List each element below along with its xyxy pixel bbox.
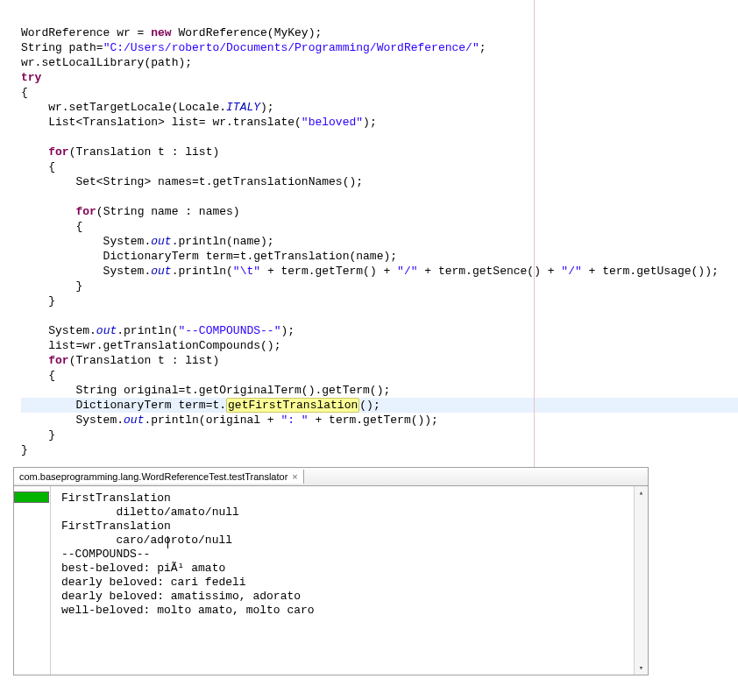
console-line: FirstTranslation: [61, 520, 171, 533]
print-margin: [534, 0, 535, 475]
console-line: well-beloved: molto amato, molto caro: [61, 604, 315, 617]
console-line: FirstTranslation: [61, 491, 171, 505]
console-line: caro/adoroto/null: [61, 534, 232, 547]
console-output[interactable]: FirstTranslation diletto/amato/null Firs…: [51, 486, 634, 675]
console-tab[interactable]: com.baseprogramming.lang.WordReferenceTe…: [14, 470, 304, 484]
code-line: {: [21, 86, 28, 99]
code-line: try: [21, 71, 41, 84]
code-line: System.out.println(original + ": " + ter…: [21, 414, 438, 427]
code-line: list=wr.getTranslationCompounds();: [21, 339, 280, 352]
scroll-up-icon[interactable]: ▴: [639, 486, 643, 499]
code-line: for(Translation t : list): [21, 354, 219, 367]
code-line: for(String name : names): [21, 205, 240, 218]
code-line: }: [21, 428, 55, 442]
console-tab-bar: com.baseprogramming.lang.WordReferenceTe…: [14, 468, 648, 486]
code-line: System.out.println("\t" + term.getTerm()…: [21, 265, 719, 278]
code-line: }: [21, 279, 82, 293]
console-tab-label: com.baseprogramming.lang.WordReferenceTe…: [19, 471, 287, 482]
close-icon[interactable]: ×: [292, 471, 297, 482]
test-progress-bar: [14, 491, 49, 503]
scroll-down-icon[interactable]: ▾: [639, 661, 643, 675]
code-line: wr.setLocalLibrary(path);: [21, 56, 192, 69]
code-line: WordReference wr = new WordReference(MyK…: [21, 26, 322, 39]
code-line: String path="C:/Users/roberto/Documents/…: [21, 41, 486, 54]
code-line: String original=t.getOriginalTerm().getT…: [21, 384, 390, 397]
console-scrollbar[interactable]: ▴ ▾: [634, 486, 648, 675]
code-line: System.out.println("--COMPOUNDS--");: [21, 324, 294, 337]
console-line: dearly beloved: amatissimo, adorato: [61, 590, 301, 603]
code-line: List<Translation> list= wr.translate("be…: [21, 116, 377, 129]
code-line: {: [21, 220, 82, 233]
code-line: wr.setTargetLocale(Locale.ITALY);: [21, 101, 274, 114]
code-line: for(Translation t : list): [21, 145, 219, 159]
code-editor[interactable]: WordReference wr = new WordReference(MyK…: [0, 0, 738, 475]
code-line: Set<String> names=t.getTranslationNames(…: [21, 175, 363, 188]
code-line: DictionaryTerm term=t.getTranslation(nam…: [21, 250, 397, 263]
occurrence-highlight: getFirstTranslation: [226, 398, 359, 413]
code-line-current: DictionaryTerm term=t.getFirstTranslatio…: [21, 398, 738, 413]
code-line: }: [21, 294, 55, 308]
console-line: diletto/amato/null: [61, 506, 239, 519]
test-progress-column: [14, 486, 51, 675]
console-line: dearly beloved: cari fedeli: [61, 576, 246, 589]
console-line: --COMPOUNDS--: [61, 548, 150, 561]
console-panel: com.baseprogramming.lang.WordReferenceTe…: [13, 467, 649, 675]
code-line: {: [21, 160, 55, 173]
code-line: System.out.println(name);: [21, 235, 274, 248]
console-line: best-beloved: piÃ¹ amato: [61, 562, 225, 575]
text-caret: [167, 536, 168, 548]
code-line: {: [21, 369, 55, 382]
code-line: }: [21, 443, 28, 456]
